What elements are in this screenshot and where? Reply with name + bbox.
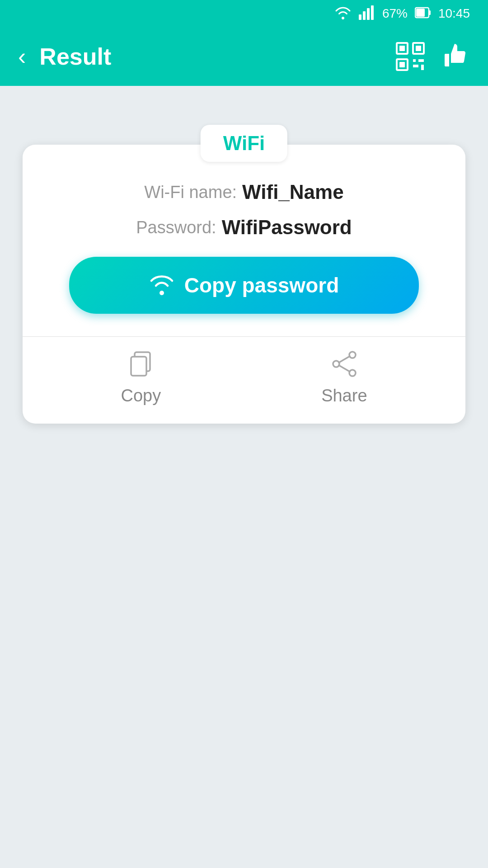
copy-password-wifi-icon [149, 274, 174, 297]
svg-point-19 [349, 352, 356, 358]
status-bar: 67% 10:45 [0, 0, 488, 27]
svg-rect-15 [413, 65, 418, 67]
app-bar-left: ‹ Result [18, 43, 111, 70]
svg-rect-1 [363, 11, 366, 20]
share-label: Share [321, 386, 367, 406]
svg-rect-5 [429, 10, 431, 15]
copy-label: Copy [121, 386, 161, 406]
password-value: WifiPassword [222, 216, 352, 239]
thumbs-up-icon[interactable] [439, 41, 470, 72]
wifi-name-row: Wi-Fi name: Wifi_Name [50, 181, 438, 203]
share-button[interactable]: Share [321, 350, 367, 406]
wifi-icon [334, 6, 352, 21]
svg-rect-18 [131, 357, 146, 376]
battery-percentage: 67% [382, 6, 408, 21]
signal-bars-icon [359, 5, 375, 22]
svg-rect-0 [359, 14, 361, 20]
app-bar-title: Result [39, 43, 111, 70]
wifi-name-value: Wifi_Name [242, 181, 344, 203]
svg-point-21 [349, 370, 356, 376]
svg-line-23 [339, 365, 350, 372]
copy-button[interactable]: Copy [121, 350, 161, 406]
copy-password-button[interactable]: Copy password [69, 257, 419, 314]
svg-rect-14 [418, 59, 424, 62]
card-divider [23, 336, 465, 337]
svg-point-20 [333, 361, 339, 367]
svg-rect-2 [367, 8, 370, 20]
share-icon [331, 350, 358, 379]
svg-rect-16 [421, 65, 424, 70]
app-bar: ‹ Result [0, 27, 488, 86]
status-icons: 67% 10:45 [334, 5, 470, 22]
main-content: WiFi Wi-Fi name: Wifi_Name Password: Wif… [0, 86, 488, 446]
password-label: Password: [136, 218, 216, 237]
status-time: 10:45 [438, 6, 470, 21]
svg-rect-6 [416, 9, 425, 17]
app-bar-right [395, 41, 470, 72]
svg-rect-3 [371, 5, 374, 20]
password-row: Password: WifiPassword [50, 216, 438, 239]
battery-icon [415, 6, 431, 21]
wifi-card: WiFi Wi-Fi name: Wifi_Name Password: Wif… [23, 145, 465, 424]
svg-line-22 [339, 356, 350, 363]
svg-rect-8 [399, 46, 405, 51]
card-body: Wi-Fi name: Wifi_Name Password: WifiPass… [23, 145, 465, 314]
copy-password-btn-label: Copy password [184, 273, 339, 297]
bottom-actions: Copy Share [23, 350, 465, 406]
svg-rect-13 [413, 59, 416, 62]
wifi-name-label: Wi-Fi name: [144, 183, 237, 202]
back-button[interactable]: ‹ [18, 45, 26, 68]
svg-rect-12 [399, 62, 405, 67]
copy-icon [127, 350, 155, 379]
wifi-badge: WiFi [201, 125, 287, 162]
wifi-badge-label: WiFi [223, 132, 265, 154]
svg-rect-10 [416, 46, 421, 51]
qr-code-icon[interactable] [395, 41, 426, 72]
